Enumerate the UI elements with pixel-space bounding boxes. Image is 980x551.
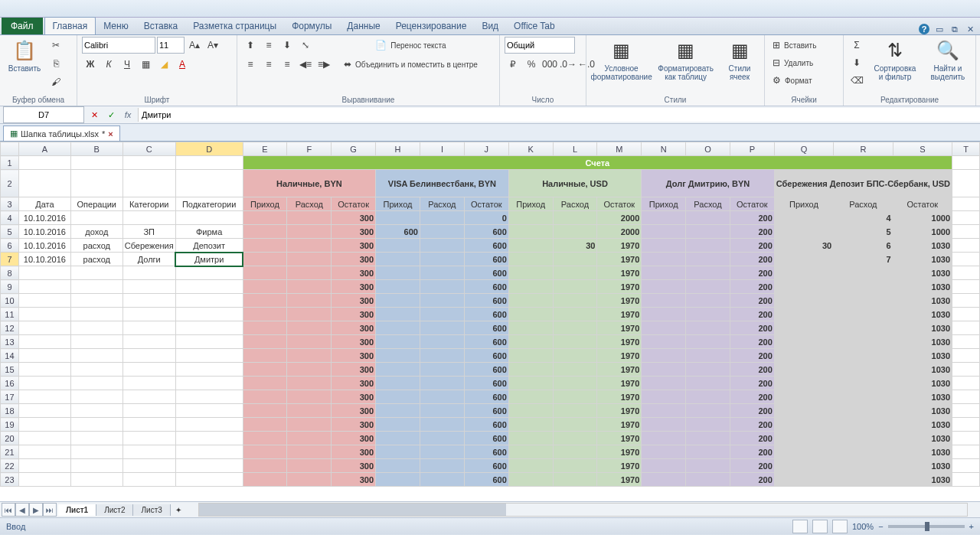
cell-J14[interactable]: 600 bbox=[464, 349, 508, 363]
cell-H4[interactable] bbox=[376, 211, 420, 225]
cell-G22[interactable]: 300 bbox=[332, 459, 376, 473]
cell-L22[interactable] bbox=[553, 459, 597, 473]
cell-Q15[interactable] bbox=[774, 363, 833, 377]
cancel-formula-button[interactable]: ✕ bbox=[87, 108, 101, 122]
border-button[interactable]: ▦ bbox=[137, 56, 154, 73]
spreadsheet-grid[interactable]: ABCDEFGHIJKLMNOPQRST1Счета2Наличные, BYN… bbox=[0, 142, 980, 501]
cell-Q16[interactable] bbox=[774, 377, 833, 390]
cell-styles-button[interactable]: ▦ Стили ячеек bbox=[720, 37, 760, 83]
increase-font-button[interactable]: A▴ bbox=[186, 37, 203, 54]
row-header-16[interactable]: 16 bbox=[1, 377, 19, 390]
cell-I8[interactable] bbox=[420, 266, 464, 280]
column-header-M[interactable]: M bbox=[597, 142, 642, 156]
cell-N15[interactable] bbox=[642, 363, 686, 377]
cell-E15[interactable] bbox=[243, 363, 287, 377]
cell-H5[interactable]: 600 bbox=[376, 225, 420, 239]
cell-P14[interactable]: 200 bbox=[730, 349, 774, 363]
cell-R7[interactable]: 7 bbox=[834, 253, 893, 266]
minimize-icon[interactable]: ▭ bbox=[934, 24, 945, 34]
cell-H20[interactable] bbox=[376, 432, 420, 445]
column-header-F[interactable]: F bbox=[287, 142, 332, 156]
cell-G9[interactable]: 300 bbox=[332, 280, 376, 294]
cell-L9[interactable] bbox=[553, 280, 597, 294]
cell-E21[interactable] bbox=[243, 445, 287, 459]
cell-R16[interactable] bbox=[834, 377, 893, 390]
font-size-select[interactable] bbox=[157, 37, 185, 54]
cell-R21[interactable] bbox=[834, 445, 893, 459]
cell-S16[interactable]: 1030 bbox=[893, 377, 952, 390]
decrease-indent-button[interactable]: ◀≡ bbox=[297, 56, 314, 73]
cell-F8[interactable] bbox=[287, 266, 332, 280]
cell-J6[interactable]: 600 bbox=[464, 239, 508, 253]
cell-Q14[interactable] bbox=[774, 349, 833, 363]
cell-O18[interactable] bbox=[686, 404, 730, 418]
cell-J15[interactable]: 600 bbox=[464, 363, 508, 377]
cell-O22[interactable] bbox=[686, 459, 730, 473]
cell-I17[interactable] bbox=[420, 390, 464, 404]
cell-H6[interactable] bbox=[376, 239, 420, 253]
fill-button[interactable]: ⬇ bbox=[848, 54, 865, 71]
sheet-tab-3[interactable]: Лист3 bbox=[133, 504, 170, 516]
cell-E8[interactable] bbox=[243, 266, 287, 280]
column-header-B[interactable]: B bbox=[70, 142, 122, 156]
cell-P8[interactable]: 200 bbox=[730, 266, 774, 280]
normal-view-button[interactable] bbox=[792, 520, 808, 533]
tab-formulas[interactable]: Формулы bbox=[284, 18, 339, 34]
currency-button[interactable]: ₽ bbox=[505, 56, 521, 73]
cell-E20[interactable] bbox=[243, 432, 287, 445]
cell-I6[interactable] bbox=[420, 239, 464, 253]
cell-Q10[interactable] bbox=[774, 294, 833, 308]
cell-B7[interactable]: расход bbox=[70, 253, 122, 266]
cell-E9[interactable] bbox=[243, 280, 287, 294]
cell-E7[interactable] bbox=[243, 253, 287, 266]
cell-P6[interactable]: 200 bbox=[730, 239, 774, 253]
zoom-level[interactable]: 100% bbox=[852, 522, 874, 531]
cell-R14[interactable] bbox=[834, 349, 893, 363]
cell-M23[interactable]: 1970 bbox=[597, 473, 642, 487]
cell-O23[interactable] bbox=[686, 473, 730, 487]
cell-N9[interactable] bbox=[642, 280, 686, 294]
comma-button[interactable]: 000 bbox=[541, 56, 558, 73]
cell-G16[interactable]: 300 bbox=[332, 377, 376, 390]
cell-D5[interactable]: Фирма bbox=[175, 225, 243, 239]
tab-page-layout[interactable]: Разметка страницы bbox=[185, 18, 284, 34]
cell-J22[interactable]: 600 bbox=[464, 459, 508, 473]
cell-A4[interactable]: 10.10.2016 bbox=[18, 211, 70, 225]
cell-G8[interactable]: 300 bbox=[332, 266, 376, 280]
increase-indent-button[interactable]: ≡▶ bbox=[315, 56, 332, 73]
cell-R5[interactable]: 5 bbox=[834, 225, 893, 239]
cell-L20[interactable] bbox=[553, 432, 597, 445]
cell-R11[interactable] bbox=[834, 308, 893, 321]
cell-E23[interactable] bbox=[243, 473, 287, 487]
cell-P10[interactable]: 200 bbox=[730, 294, 774, 308]
cell-N20[interactable] bbox=[642, 432, 686, 445]
page-layout-view-button[interactable] bbox=[812, 520, 828, 533]
cell-G10[interactable]: 300 bbox=[332, 294, 376, 308]
cell-N6[interactable] bbox=[642, 239, 686, 253]
cell-K21[interactable] bbox=[508, 445, 553, 459]
cell-M13[interactable]: 1970 bbox=[597, 335, 642, 349]
cell-I22[interactable] bbox=[420, 459, 464, 473]
cell-I12[interactable] bbox=[420, 321, 464, 335]
cell-E6[interactable] bbox=[243, 239, 287, 253]
cell-J16[interactable]: 600 bbox=[464, 377, 508, 390]
cell-Q4[interactable] bbox=[774, 211, 833, 225]
cell-Q22[interactable] bbox=[774, 459, 833, 473]
row-header-9[interactable]: 9 bbox=[1, 280, 19, 294]
sheet-tab-1[interactable]: Лист1 bbox=[58, 504, 96, 516]
cell-S22[interactable]: 1030 bbox=[893, 459, 952, 473]
merge-center-button[interactable]: ⬌ Объединить и поместить в центре bbox=[340, 56, 482, 73]
cell-I15[interactable] bbox=[420, 363, 464, 377]
cell-Q8[interactable] bbox=[774, 266, 833, 280]
row-header-6[interactable]: 6 bbox=[1, 239, 19, 253]
cell-G20[interactable]: 300 bbox=[332, 432, 376, 445]
cell-N21[interactable] bbox=[642, 445, 686, 459]
cell-F19[interactable] bbox=[287, 418, 332, 432]
align-right-button[interactable]: ≡ bbox=[279, 56, 296, 73]
cell-Q23[interactable] bbox=[774, 473, 833, 487]
cell-F6[interactable] bbox=[287, 239, 332, 253]
row-header-20[interactable]: 20 bbox=[1, 432, 19, 445]
cell-L19[interactable] bbox=[553, 418, 597, 432]
align-bottom-button[interactable]: ⬇ bbox=[279, 37, 296, 54]
conditional-formatting-button[interactable]: ▦ Условное форматирование bbox=[591, 37, 652, 83]
